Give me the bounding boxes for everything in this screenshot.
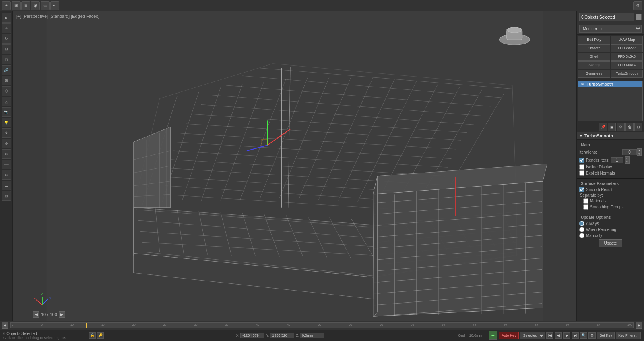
play-btn[interactable]: ▶ — [563, 332, 570, 339]
toolbar-btn-render[interactable]: ◉ — [31, 1, 40, 10]
mod-symmetry[interactable]: Symmetry — [578, 70, 610, 78]
frame-prev-btn[interactable]: ◀ — [33, 311, 39, 318]
viewport-canvas — [13, 11, 576, 321]
color-swatch[interactable] — [636, 14, 642, 20]
viewport[interactable]: [+] [Perspective] [Standard] [Edged Face… — [13, 11, 576, 321]
toolbar-btn-add[interactable]: + — [2, 1, 11, 10]
tool-rotate[interactable]: ↻ — [2, 34, 11, 44]
render-iters-down[interactable]: ▼ — [625, 160, 630, 164]
tool-align[interactable]: ⊜ — [2, 170, 11, 180]
y-input[interactable] — [270, 333, 294, 338]
mod-ffd-4x4[interactable]: FFD 4x4x4 — [611, 61, 643, 69]
always-radio[interactable] — [579, 221, 584, 226]
tool-space[interactable]: ⊛ — [2, 139, 11, 148]
materials-checkbox[interactable] — [583, 198, 588, 204]
tool-system[interactable]: ⊕ — [2, 149, 11, 159]
iterations-up[interactable]: ▲ — [637, 148, 642, 152]
isoline-checkbox[interactable] — [579, 164, 584, 170]
hint-text: Click or click-and-drag to select object… — [3, 336, 84, 340]
mod-turbosmooth[interactable]: TurboSmooth — [611, 70, 643, 78]
search-icon[interactable]: 🔍 — [580, 332, 587, 339]
mod-smooth[interactable]: Smooth — [578, 44, 610, 52]
stack-item-label: TurboSmooth — [586, 82, 613, 87]
tool-select2[interactable]: ◻ — [2, 55, 11, 64]
status-right: + Auto Key Selected |◀ ◀ ▶ ▶| 🔍 ⚙ Set Ke… — [489, 331, 641, 340]
stack-collapse-btn[interactable]: ⊟ — [634, 123, 642, 131]
mod-edit-poly[interactable]: Edit Poly — [578, 36, 610, 44]
stack-item-turbosmooth[interactable]: 👁 TurboSmooth — [578, 81, 642, 87]
frame-next-btn[interactable]: ▶ — [59, 311, 65, 318]
z-input[interactable] — [300, 333, 324, 338]
viewport-nav: ◀ 10 / 100 ▶ — [33, 311, 65, 318]
mod-sweep[interactable]: Sweep — [578, 61, 610, 69]
mod-uvw-map[interactable]: UVW Map — [611, 36, 643, 44]
render-iters-checkbox[interactable] — [579, 158, 584, 163]
timeline-track[interactable]: 0 5 10 15 20 25 30 35 40 45 50 55 60 65 … — [10, 322, 634, 328]
add-time-btn[interactable]: + — [489, 331, 497, 340]
when-rendering-radio[interactable] — [579, 227, 584, 232]
settings-icon[interactable]: ⚙ — [588, 332, 596, 339]
mod-shell[interactable]: Shell — [578, 53, 610, 61]
mod-ffd-3x3[interactable]: FFD 3x3x3 — [611, 53, 643, 61]
when-rendering-row: When Rendering — [579, 227, 642, 232]
manually-radio[interactable] — [579, 233, 584, 238]
iterations-spinner[interactable]: ▲ ▼ — [637, 148, 642, 156]
surface-params-section: Surface Parameters Smooth Result Separat… — [577, 179, 644, 212]
key-filters-btn[interactable]: Key Filters... — [616, 332, 641, 339]
explicit-normals-checkbox[interactable] — [579, 170, 584, 176]
modifier-grid: Edit Poly UVW Map Smooth FFD 2x2x2 Shell… — [577, 35, 644, 79]
stack-eye-turbosmooth[interactable]: 👁 — [580, 82, 585, 87]
turbosmooth-section-header[interactable]: ▼ TurboSmooth — [577, 132, 644, 140]
tool-extra[interactable]: ⊞ — [2, 191, 11, 201]
tool-layer[interactable]: ☰ — [2, 181, 11, 190]
toolbar-btn-grid[interactable]: ⊞ — [12, 1, 21, 10]
toolbar-btn-minimize[interactable]: ⊟ — [21, 1, 30, 10]
timeline-prev[interactable]: ◀ — [2, 322, 8, 329]
tool-helper[interactable]: ✥ — [2, 128, 11, 138]
smooth-result-checkbox[interactable] — [579, 187, 584, 192]
tool-mirror[interactable]: ⟺ — [2, 160, 11, 169]
status-icon-lock[interactable]: 🔒 — [89, 332, 96, 339]
iterations-input[interactable] — [622, 149, 637, 155]
render-iters-spinner[interactable]: ▲ ▼ — [625, 156, 630, 164]
timeline-next[interactable]: ▶ — [636, 322, 642, 329]
toolbar-btn-more[interactable]: ⋯ — [50, 1, 59, 10]
play-prev-btn[interactable]: ◀ — [555, 332, 562, 339]
tool-light[interactable]: 💡 — [2, 118, 11, 127]
stack-delete-btn[interactable]: 🗑 — [625, 123, 634, 131]
frame-counter: 10 / 100 — [41, 312, 57, 317]
tool-select[interactable]: ▶ — [2, 13, 11, 23]
smoothing-groups-checkbox[interactable] — [583, 204, 588, 210]
x-input[interactable] — [240, 333, 264, 338]
autokey-btn[interactable]: Auto Key — [499, 332, 519, 339]
modifier-dropdown[interactable]: Modifier List — [579, 25, 642, 33]
tool-shapes[interactable]: ⬡ — [2, 86, 11, 96]
y-label: Y: — [266, 333, 269, 337]
tool-geometry[interactable]: △ — [2, 97, 11, 106]
play-start-btn[interactable]: |◀ — [546, 332, 553, 339]
tool-move[interactable]: ✛ — [2, 23, 11, 33]
play-next-btn[interactable]: ▶| — [572, 332, 579, 339]
iterations-down[interactable]: ▼ — [637, 152, 642, 156]
tool-link[interactable]: 🔗 — [2, 65, 11, 75]
stack-display-btn[interactable]: ▣ — [608, 123, 616, 131]
status-left: 6 Objects Selected Click or click-and-dr… — [3, 331, 84, 340]
toolbar-btn-rect[interactable]: ▭ — [41, 1, 50, 10]
stack-pin-btn[interactable]: 📌 — [599, 123, 607, 131]
viewport-label[interactable]: [+] [Perspective] [Standard] [Edged Face… — [16, 14, 99, 19]
object-count-field[interactable] — [579, 13, 634, 21]
tool-unlink[interactable]: ⊠ — [2, 76, 11, 85]
status-icon-key[interactable]: 🔑 — [97, 332, 104, 339]
stack-config-btn[interactable]: ⚙ — [617, 123, 625, 131]
when-rendering-label: When Rendering — [586, 227, 616, 232]
top-toolbar: + ⊞ ⊟ ◉ ▭ ⋯ ⚙ — [0, 0, 644, 11]
render-iters-input[interactable] — [611, 157, 623, 163]
set-key-btn[interactable]: Set Key — [597, 332, 615, 339]
tool-camera[interactable]: 📷 — [2, 107, 11, 117]
mod-ffd-2x2[interactable]: FFD 2x2x2 — [611, 44, 643, 52]
tool-scale[interactable]: ⊡ — [2, 44, 11, 54]
render-iters-up[interactable]: ▲ — [625, 156, 630, 160]
update-button[interactable]: Update — [599, 239, 622, 247]
selected-dropdown[interactable]: Selected — [520, 332, 545, 339]
toolbar-btn-settings[interactable]: ⚙ — [633, 1, 642, 10]
